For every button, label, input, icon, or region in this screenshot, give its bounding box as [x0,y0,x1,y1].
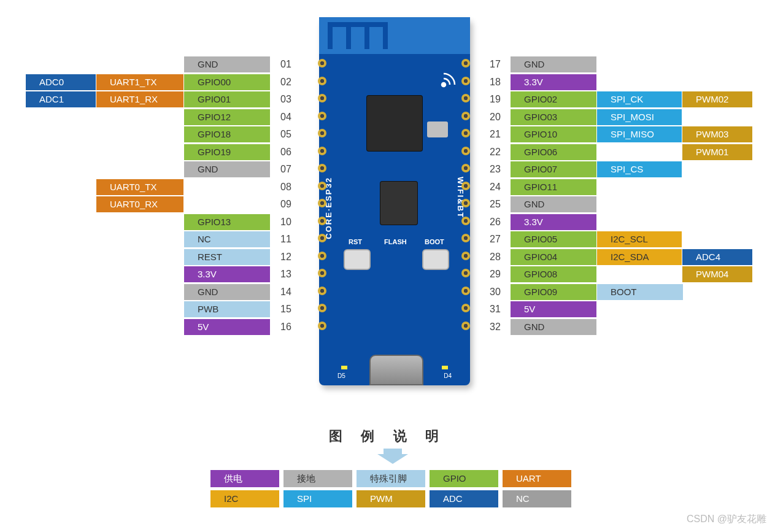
pin-tag: GND [184,161,270,177]
right-pin-row: 17GND [480,56,597,72]
pin-number: 25 [480,199,511,210]
pin-number: 31 [480,304,511,315]
pin-tag: UART0_RX [96,196,183,212]
pin-hole [318,269,326,277]
pin-number: 27 [480,234,511,245]
right-pin-row: 315V [480,301,597,317]
pin-tag: PWM03 [682,126,752,142]
left-pin-row: GPIO1310 [26,214,301,230]
rst-label: RST [349,238,362,245]
pin-hole [318,287,326,295]
pin-number: 28 [480,252,511,263]
left-pin-row: 3.3V13 [26,266,301,282]
legend-row-1: 供电接地特殊引脚GPIOUART [210,470,571,487]
left-pin-row: GND07 [26,161,301,177]
left-pin-row: GPIO1906 [26,144,301,160]
left-pin-row: GND01 [26,56,301,72]
pin-tag: ADC1 [26,91,96,107]
pin-tag: ADC0 [26,74,96,90]
pin-tag: GPIO04 [511,249,596,265]
right-pin-row: 29GPIO08PWM04 [480,266,753,282]
pin-tag: GPIO10 [511,126,596,142]
led-d5 [341,366,347,369]
pin-tag: REST [184,249,270,265]
pin-tag: GPIO06 [511,144,596,160]
pin-tag: GPIO11 [511,179,596,195]
pin-tag: UART1_RX [96,91,183,107]
pin-number: 06 [271,147,301,158]
pin-number: 13 [271,269,301,280]
right-pin-row: 21GPIO10SPI_MISOPWM03 [480,126,753,142]
legend-item: 接地 [283,470,352,487]
pin-hole [318,199,326,207]
left-pin-row: GPIO1805 [26,126,301,142]
pin-hole [318,59,326,67]
pin-number: 03 [271,94,301,105]
pin-tag: GND [511,196,596,212]
pin-tag: 5V [511,301,596,317]
left-pin-row: ADC0UART1_TXGPIO0002 [26,74,301,90]
right-pin-row: 19GPIO02SPI_CKPWM02 [480,91,753,107]
pin-hole [318,112,326,120]
pin-hole [461,252,470,260]
pin-hole [461,164,470,172]
right-pin-row: 28GPIO04I2C_SDAADC4 [480,249,753,265]
right-pin-row: 263.3V [480,214,597,230]
pin-number: 04 [271,112,301,123]
right-pin-row: 23GPIO07SPI_CS [480,161,682,177]
right-pin-row: 24GPIO11 [480,179,597,195]
left-pin-row: UART0_RX09 [26,196,301,212]
pin-hole [461,199,470,207]
legend-item: ADC [430,490,498,507]
pin-number: 15 [271,304,301,315]
pin-hole [318,94,326,102]
legend-item: GPIO [430,470,498,487]
pin-number: 16 [271,322,301,333]
legend-row-2: I2CSPIPWMADCNC [210,490,571,507]
boot-button [422,249,449,270]
wifi-icon [434,66,459,91]
left-pin-row: UART0_TX08 [26,179,301,195]
left-pin-row: NC11 [26,231,301,247]
flash-label: FLASH [384,238,407,245]
pin-tag: PWM01 [682,144,752,160]
pin-tag: I2C_SCL [597,231,682,247]
svg-point-0 [442,83,445,87]
pin-hole [461,287,470,295]
pin-tag: GND [511,56,596,72]
pin-tag: GPIO02 [511,91,596,107]
pin-tag: GPIO03 [511,109,596,125]
pin-hole [318,217,326,225]
pin-number: 09 [271,199,301,210]
led-d5-label: D5 [337,372,345,379]
flash-chip [380,182,417,225]
led-d4-label: D4 [444,372,452,379]
pin-tag: GPIO09 [511,284,596,300]
svg-marker-1 [377,449,408,464]
pin-number: 18 [480,77,511,88]
pin-tag: GPIO08 [511,266,596,282]
pin-tag: I2C_SDA [597,249,682,265]
pin-hole [461,94,470,102]
pin-number: 07 [271,164,301,175]
pin-number: 01 [271,59,301,70]
right-pin-row: 27GPIO05I2C_SCL [480,231,682,247]
right-pin-row: 183.3V [480,74,597,90]
right-pin-row: 25GND [480,196,597,212]
right-pin-row: 32GND [480,319,597,335]
pin-hole [461,112,470,120]
pin-number: 29 [480,269,511,280]
pin-hole [318,234,326,242]
left-pin-row: GPIO1204 [26,109,301,125]
pin-tag: SPI_CK [597,91,682,107]
pin-hole [318,77,326,85]
pin-hole [461,59,470,67]
pin-number: 10 [271,217,301,228]
pin-hole [318,304,326,312]
pin-tag: PWM02 [682,91,752,107]
pin-tag: BOOT [597,284,683,300]
legend-item: I2C [210,490,279,507]
pin-tag: SPI_MISO [597,126,682,142]
pin-hole [318,252,326,260]
pin-tag: 3.3V [511,214,596,230]
